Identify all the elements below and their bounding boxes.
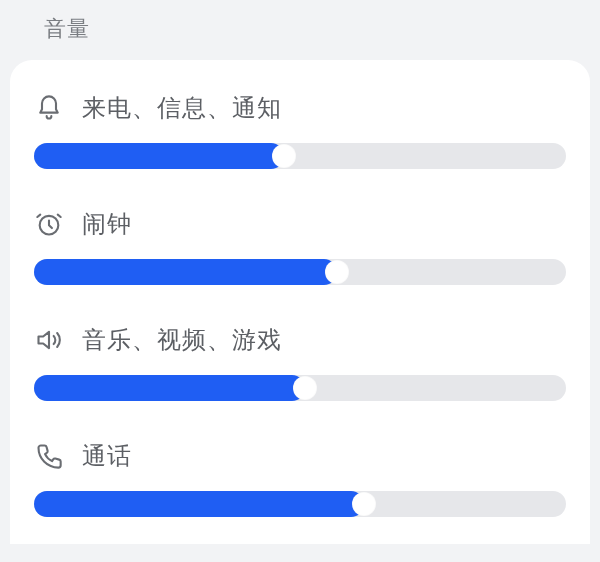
bell-icon xyxy=(34,93,64,123)
slider-fill xyxy=(34,491,364,517)
volume-row-alarm: 闹钟 xyxy=(34,196,566,312)
row-text: 来电、信息、通知 xyxy=(82,92,282,124)
row-text: 通话 xyxy=(82,440,132,472)
ringtone-slider[interactable] xyxy=(34,140,566,172)
volume-card: 来电、信息、通知 闹钟 音乐、视频、游戏 xyxy=(10,60,590,544)
row-label: 来电、信息、通知 xyxy=(34,92,566,124)
volume-row-ringtone: 来电、信息、通知 xyxy=(34,80,566,196)
slider-thumb[interactable] xyxy=(293,376,317,400)
volume-row-call: 通话 xyxy=(34,428,566,544)
slider-fill xyxy=(34,259,337,285)
alarm-slider[interactable] xyxy=(34,256,566,288)
slider-fill xyxy=(34,375,305,401)
call-slider[interactable] xyxy=(34,488,566,520)
row-label: 音乐、视频、游戏 xyxy=(34,324,566,356)
row-label: 闹钟 xyxy=(34,208,566,240)
phone-icon xyxy=(34,441,64,471)
speaker-icon xyxy=(34,325,64,355)
alarm-icon xyxy=(34,209,64,239)
row-text: 音乐、视频、游戏 xyxy=(82,324,282,356)
row-text: 闹钟 xyxy=(82,208,132,240)
media-slider[interactable] xyxy=(34,372,566,404)
row-label: 通话 xyxy=(34,440,566,472)
slider-thumb[interactable] xyxy=(272,144,296,168)
section-header: 音量 xyxy=(0,0,600,44)
volume-row-media: 音乐、视频、游戏 xyxy=(34,312,566,428)
slider-thumb[interactable] xyxy=(325,260,349,284)
slider-thumb[interactable] xyxy=(352,492,376,516)
slider-fill xyxy=(34,143,284,169)
